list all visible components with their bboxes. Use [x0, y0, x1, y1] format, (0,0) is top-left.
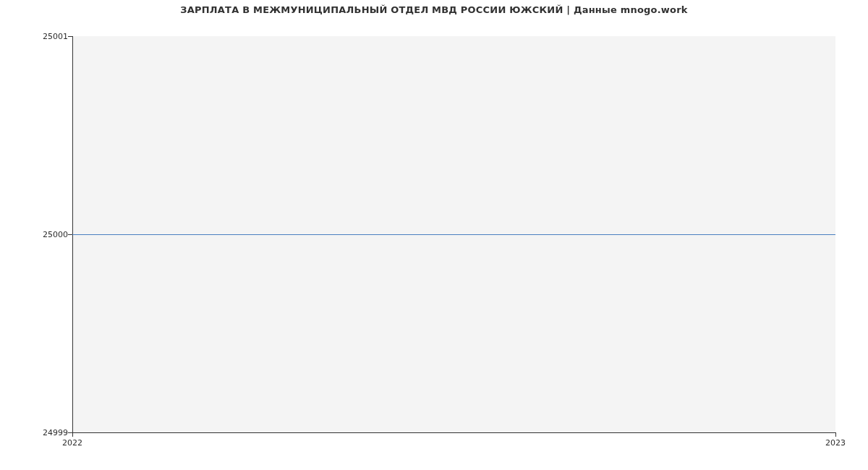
series-line-salary: [72, 234, 835, 235]
y-tick-label: 25001: [3, 32, 68, 41]
x-tick-label: 2022: [62, 438, 82, 448]
x-tick-label: 2023: [825, 438, 846, 448]
chart-container: ЗАРПЛАТА В МЕЖМУНИЦИПАЛЬНЫЙ ОТДЕЛ МВД РО…: [0, 0, 868, 470]
x-tick: [835, 432, 836, 437]
chart-title: ЗАРПЛАТА В МЕЖМУНИЦИПАЛЬНЫЙ ОТДЕЛ МВД РО…: [0, 4, 868, 15]
y-tick-label: 24999: [3, 428, 68, 437]
x-axis-line: [72, 432, 835, 433]
y-tick-label: 25000: [3, 230, 68, 239]
